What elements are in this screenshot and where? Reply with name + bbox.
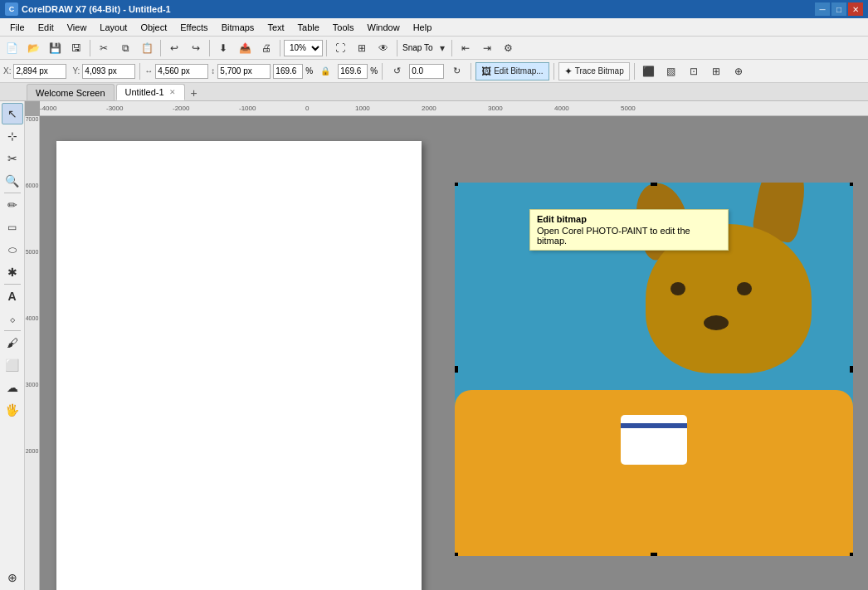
tooltip-edit-bitmap: Edit bitmap Open Corel PHOTO-PAINT to ed…: [529, 209, 729, 251]
lock-ratio-button[interactable]: 🔒: [315, 62, 335, 80]
ruler-mark: 3000: [488, 105, 503, 112]
options-button[interactable]: ⚙: [499, 39, 519, 57]
smear-tool-button[interactable]: 🖐: [2, 399, 23, 421]
handle-mr[interactable]: [850, 366, 853, 373]
align-left-button[interactable]: ⇤: [456, 39, 475, 57]
h-input[interactable]: [217, 64, 271, 79]
tab-welcome[interactable]: Welcome Screen: [27, 84, 115, 100]
menu-text[interactable]: Text: [261, 18, 290, 36]
tab-untitled1[interactable]: Untitled-1 ✕: [116, 84, 185, 100]
y-input[interactable]: [82, 64, 135, 79]
save-as-button[interactable]: 🖫: [66, 39, 86, 57]
eye-button[interactable]: 👁: [373, 39, 393, 57]
handle-tr[interactable]: [850, 183, 853, 186]
menu-window[interactable]: Window: [361, 18, 407, 36]
toolbox: ↖ ⊹ ✂ 🔍 ✏ ▭ ⬭ ✱ A ⬦ 🖌 ⬜ ☁ 🖐 ⊕: [0, 101, 25, 590]
shape-tool-button[interactable]: ⊹: [2, 125, 23, 147]
ruler-mark: 0: [305, 105, 309, 112]
canvas-area[interactable]: -4000 -3000 -2000 -1000 0 1000 2000 3000…: [25, 101, 868, 590]
menu-bar: File Edit View Layout Object Effects Bit…: [0, 18, 868, 37]
x-input[interactable]: [13, 64, 66, 79]
dog-eye-left: [671, 282, 685, 295]
menu-file[interactable]: File: [3, 18, 32, 36]
bitmap-crop-button[interactable]: ⊞: [706, 62, 726, 80]
snap-to-label: Snap To: [402, 43, 433, 52]
bitmap-color-button[interactable]: ⬛: [639, 62, 659, 80]
tab-add-button[interactable]: +: [187, 85, 202, 100]
handle-br[interactable]: [850, 553, 853, 556]
ellipse-tool-button[interactable]: ⬭: [2, 239, 23, 261]
menu-tools[interactable]: Tools: [326, 18, 361, 36]
bitmap-res-button[interactable]: ⊡: [684, 62, 704, 80]
handle-tm[interactable]: [651, 183, 657, 186]
snap-dropdown[interactable]: ▾: [436, 39, 448, 57]
menu-layout[interactable]: Layout: [93, 18, 134, 36]
menu-effects[interactable]: Effects: [173, 18, 214, 36]
tab-close-icon[interactable]: ✕: [169, 88, 176, 96]
cut-button[interactable]: ✂: [94, 39, 114, 57]
menu-view[interactable]: View: [61, 18, 94, 36]
sep6: [397, 40, 397, 56]
handle-tl[interactable]: [455, 183, 458, 186]
maximize-button[interactable]: □: [831, 2, 846, 16]
sep3: [209, 40, 210, 56]
open-button[interactable]: 📂: [23, 39, 43, 57]
bitmap-more-button[interactable]: ⊕: [729, 62, 749, 80]
redo-button[interactable]: ↪: [186, 39, 206, 57]
handle-bm[interactable]: [651, 553, 657, 556]
rectangle-tool-button[interactable]: ▭: [2, 217, 23, 238]
blend-tool-button[interactable]: ☁: [2, 377, 23, 398]
document-page: [56, 141, 422, 590]
minimize-button[interactable]: ─: [815, 2, 830, 16]
menu-table[interactable]: Table: [291, 18, 326, 36]
ruler-vertical: 7000 6000 5000 4000 3000 2000: [25, 116, 40, 590]
import-button[interactable]: ⬇: [213, 39, 233, 57]
toolbox-add-button[interactable]: ⊕: [2, 567, 23, 588]
zoom-tool-button[interactable]: 🔍: [2, 170, 23, 192]
close-button[interactable]: ✕: [848, 2, 863, 16]
trace-bitmap-button[interactable]: ✦ Trace Bitmap: [558, 62, 630, 80]
tool-sep1: [4, 193, 21, 193]
text-tool-button[interactable]: A: [2, 285, 23, 307]
sep2: [160, 40, 161, 56]
fill-tool-button[interactable]: 🖌: [2, 332, 23, 354]
print-button[interactable]: 🖨: [256, 39, 276, 57]
paste-button[interactable]: 📋: [137, 39, 157, 57]
ruler-mark-v: 7000: [26, 116, 39, 122]
save-button[interactable]: 💾: [45, 39, 65, 57]
zoom-select[interactable]: 10%: [284, 40, 323, 56]
new-button[interactable]: 📄: [2, 39, 22, 57]
polygon-tool-button[interactable]: ✱: [2, 261, 23, 283]
undo-button[interactable]: ↩: [164, 39, 184, 57]
ruler-mark: -4000: [40, 105, 56, 112]
rotation-input[interactable]: [409, 64, 444, 79]
pct1-input[interactable]: [273, 64, 303, 79]
menu-edit[interactable]: Edit: [32, 18, 61, 36]
ruler-mark: 5000: [621, 105, 636, 112]
menu-help[interactable]: Help: [407, 18, 439, 36]
copy-button[interactable]: ⧉: [115, 39, 135, 57]
handle-ml[interactable]: [455, 366, 458, 373]
bitmap-mode-button[interactable]: ▧: [661, 62, 681, 80]
w-input[interactable]: [155, 64, 208, 79]
freehand-tool-button[interactable]: ✏: [2, 194, 23, 216]
app-icon: C: [5, 2, 18, 16]
edit-bitmap-button[interactable]: 🖼 Edit Bitmap...: [475, 62, 549, 80]
select-tool-button[interactable]: ↖: [2, 103, 23, 124]
edit-bitmap-icon: 🖼: [481, 66, 491, 77]
rotate-ccw-button[interactable]: ↺: [387, 62, 407, 80]
handle-bl[interactable]: [455, 553, 458, 556]
parallel-tool-button[interactable]: ⬦: [2, 308, 23, 329]
tab-bar: Welcome Screen Untitled-1 ✕ +: [0, 83, 868, 101]
rotate-cw-button[interactable]: ↻: [446, 62, 466, 80]
export-button[interactable]: 📤: [235, 39, 255, 57]
crop-tool-button[interactable]: ✂: [2, 148, 23, 169]
pct2-input[interactable]: [338, 64, 368, 79]
view-options-button[interactable]: ⊞: [352, 39, 372, 57]
menu-bitmaps[interactable]: Bitmaps: [215, 18, 261, 36]
outline-tool-button[interactable]: ⬜: [2, 354, 23, 376]
full-screen-button[interactable]: ⛶: [330, 39, 350, 57]
menu-object[interactable]: Object: [134, 18, 173, 36]
align-right-button[interactable]: ⇥: [477, 39, 497, 57]
canvas-content: Edit bitmap Open Corel PHOTO-PAINT to ed…: [40, 116, 868, 590]
